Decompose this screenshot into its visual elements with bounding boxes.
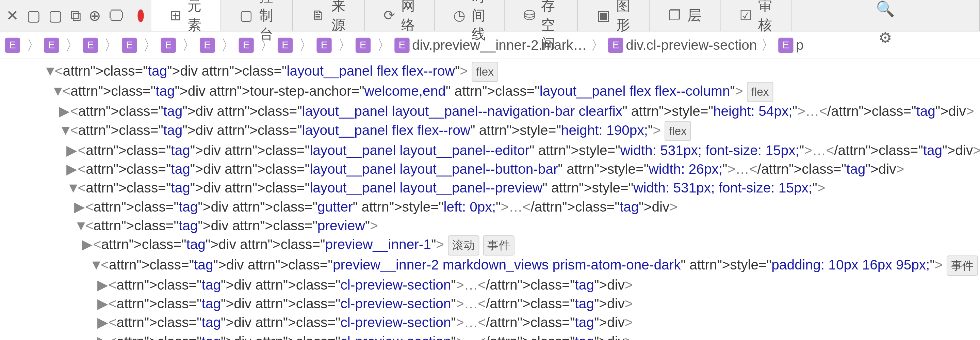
tab-sources[interactable]: 🗎来源	[292, 0, 364, 31]
main-tabbar: ✕ ▢ ▢ ⧉ ⊕ 🖵 ⊞元素 ▢控制台 🗎来源 ⟳网络 ◷时间线 ⛁储存空间 …	[0, 0, 980, 31]
dom-node[interactable]: ▼<attrn">class="tag">div attrn">tour-ste…	[5, 82, 980, 102]
dom-node[interactable]: ▼<attrn">class="tag">div attrn">class="l…	[5, 62, 980, 82]
target-icon[interactable]: ⊕	[89, 6, 101, 24]
dom-node[interactable]: ▶<attrn">class="tag">div attrn">class="c…	[5, 332, 980, 340]
device-icon[interactable]: 🖵	[108, 6, 124, 24]
tab-elements[interactable]: ⊞元素	[151, 0, 221, 31]
dom-node[interactable]: ▼<attrn">class="tag">div attrn">class="l…	[5, 121, 980, 141]
window-controls: ✕ ▢ ▢ ⧉ ⊕ 🖵	[0, 0, 130, 31]
tab-graphics[interactable]: ▣图形	[578, 0, 649, 31]
image-icon: ▣	[597, 7, 610, 24]
e-badge-icon[interactable]: E	[5, 37, 20, 53]
search-icon[interactable]: 🔍	[876, 0, 894, 18]
dom-node[interactable]: ▶<attrn">class="tag">div attrn">class="l…	[5, 102, 980, 121]
audit-icon: ☑	[740, 7, 752, 24]
console-icon: ▢	[240, 7, 253, 24]
dom-node[interactable]: ▶<attrn">class="tag">div attrn">class="c…	[5, 294, 980, 313]
dom-node[interactable]: ▼<attrn">class="tag">div attrn">class="l…	[5, 179, 980, 197]
crumb-div-preview[interactable]: div.preview__inner-2.mark…	[412, 37, 587, 53]
storage-icon: ⛁	[524, 7, 535, 24]
error-badge[interactable]	[137, 9, 143, 22]
dom-node[interactable]: ▶<attrn">class="tag">div attrn">class="c…	[5, 313, 980, 332]
panel-left-icon[interactable]: ▢	[27, 6, 41, 24]
dom-node[interactable]: ▶<attrn">class="tag">div attrn">class="p…	[5, 235, 980, 255]
dom-node[interactable]: ▶<attrn">class="tag">div attrn">class="c…	[5, 276, 980, 294]
dom-tree[interactable]: ? ▼<attrn">class="tag">div attrn">class=…	[0, 59, 980, 340]
close-icon[interactable]: ✕	[6, 6, 19, 24]
tab-network[interactable]: ⟳网络	[365, 0, 434, 31]
panel-right-icon[interactable]: ▢	[48, 6, 63, 24]
tab-storage[interactable]: ⛁储存空间	[504, 0, 578, 31]
tab-timeline[interactable]: ◷时间线	[434, 0, 505, 31]
tab-audit[interactable]: ☑审核	[721, 0, 791, 31]
dom-node[interactable]: ▶<attrn">class="tag">div attrn">class="g…	[5, 198, 980, 216]
layers-icon: ❐	[668, 7, 681, 24]
sources-icon: 🗎	[311, 7, 325, 24]
network-icon: ⟳	[383, 7, 395, 24]
clock-icon: ◷	[453, 7, 465, 24]
breadcrumb: E 〉E 〉E 〉E 〉E 〉E 〉E 〉E 〉E 〉E 〉Ediv.previ…	[0, 31, 980, 59]
crumb-div-section[interactable]: div.cl-preview-section	[626, 37, 757, 53]
dom-node[interactable]: ▶<attrn">class="tag">div attrn">class="l…	[5, 141, 980, 160]
tab-console[interactable]: ▢控制台	[221, 0, 292, 31]
tab-layers[interactable]: ❐层	[649, 0, 721, 31]
dock-icon[interactable]: ⧉	[70, 6, 81, 24]
elements-icon: ⊞	[170, 7, 181, 24]
dom-node[interactable]: ▶<attrn">class="tag">div attrn">class="l…	[5, 160, 980, 179]
crumb-p[interactable]: p	[796, 37, 804, 53]
dom-node[interactable]: ▼<attrn">class="tag">div attrn">class="p…	[5, 216, 980, 235]
dom-node[interactable]: ▼<attrn">class="tag">div attrn">class="p…	[5, 255, 980, 275]
